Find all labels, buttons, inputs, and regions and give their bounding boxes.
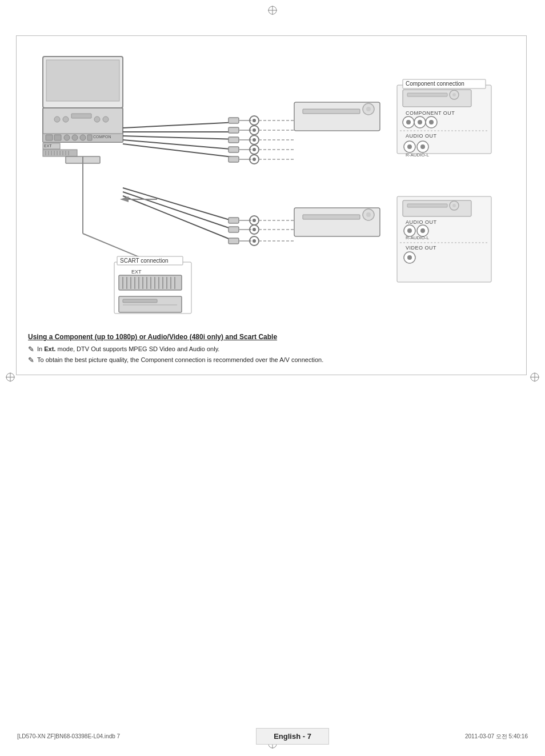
- svg-point-19: [103, 116, 109, 122]
- reg-mark-left: [5, 372, 16, 385]
- svg-text:SCART connection: SCART connection: [120, 258, 169, 264]
- svg-text:R-AUDIO-L: R-AUDIO-L: [406, 152, 429, 158]
- svg-line-100: [123, 188, 237, 222]
- svg-line-101: [123, 192, 237, 231]
- svg-point-15: [54, 116, 60, 122]
- svg-rect-72: [303, 109, 360, 114]
- svg-point-114: [253, 239, 256, 243]
- svg-line-44: [123, 140, 237, 150]
- svg-text:AUDIO OUT: AUDIO OUT: [406, 219, 437, 225]
- svg-point-25: [80, 135, 86, 140]
- svg-rect-13: [46, 60, 119, 101]
- svg-point-16: [63, 116, 69, 122]
- svg-rect-17: [71, 114, 91, 118]
- svg-rect-21: [46, 135, 53, 140]
- svg-rect-22: [54, 135, 61, 140]
- svg-rect-97: [303, 215, 360, 219]
- svg-point-110: [253, 228, 256, 231]
- footer-center-box: English - 7: [256, 728, 329, 745]
- svg-rect-58: [229, 147, 239, 152]
- svg-rect-50: [229, 127, 239, 133]
- reg-mark-top: [267, 5, 278, 18]
- svg-point-24: [72, 135, 78, 140]
- svg-point-94: [420, 144, 425, 149]
- svg-rect-46: [229, 118, 239, 123]
- connection-diagram-svg: COMPON EXT: [26, 45, 517, 331]
- svg-point-49: [253, 119, 256, 122]
- note-text-1: In Ext. mode, DTV Out supports MPEG SD V…: [37, 345, 219, 352]
- note-2: ✎ To obtain the best picture quality, th…: [28, 356, 515, 364]
- svg-point-81: [452, 93, 456, 96]
- svg-point-99: [366, 212, 371, 217]
- svg-rect-79: [407, 93, 447, 96]
- svg-text:R-AUDIO-L: R-AUDIO-L: [406, 235, 429, 240]
- svg-point-106: [253, 219, 256, 222]
- svg-rect-103: [229, 218, 239, 223]
- svg-point-132: [407, 255, 412, 260]
- svg-point-65: [253, 158, 256, 161]
- footer-right: 2011-03-07 오전 5:40:16: [465, 733, 528, 741]
- svg-point-88: [429, 120, 434, 124]
- svg-text:COMPON: COMPON: [93, 135, 111, 139]
- svg-line-102: [123, 196, 237, 242]
- svg-point-18: [94, 116, 100, 122]
- svg-line-43: [123, 136, 237, 139]
- svg-rect-26: [87, 135, 92, 140]
- svg-rect-119: [403, 200, 471, 216]
- svg-line-41: [123, 122, 237, 128]
- footer-left: [LD570-XN ZF]BN68-03398E-L04.indb 7: [17, 733, 120, 739]
- svg-point-53: [253, 128, 256, 132]
- svg-rect-120: [407, 204, 447, 207]
- svg-point-74: [366, 107, 371, 111]
- reg-mark-right: [529, 372, 540, 385]
- footer-page-label: English - 7: [274, 732, 311, 741]
- bottom-text-area: Using a Component (up to 1080p) or Audio…: [26, 333, 517, 365]
- svg-text:EXT: EXT: [131, 269, 142, 275]
- svg-point-23: [64, 135, 70, 140]
- svg-point-92: [407, 144, 412, 149]
- svg-point-125: [407, 228, 412, 233]
- svg-rect-107: [229, 227, 239, 232]
- note-1: ✎ In Ext. mode, DTV Out supports MPEG SD…: [28, 345, 515, 353]
- main-content-box: COMPON EXT: [16, 35, 527, 375]
- svg-rect-78: [403, 90, 471, 107]
- svg-text:VIDEO OUT: VIDEO OUT: [406, 245, 436, 251]
- page-footer: [LD570-XN ZF]BN68-03398E-L04.indb 7 Engl…: [0, 728, 545, 745]
- svg-point-57: [253, 138, 256, 142]
- note-icon-2: ✎: [28, 356, 34, 364]
- svg-point-61: [253, 148, 256, 151]
- svg-rect-62: [229, 156, 239, 162]
- note-icon-1: ✎: [28, 345, 34, 353]
- svg-text:COMPONENT OUT: COMPONENT OUT: [406, 110, 455, 116]
- svg-rect-54: [229, 137, 239, 143]
- diagram-area: COMPON EXT: [26, 45, 517, 331]
- svg-text:Component connection: Component connection: [406, 81, 464, 87]
- svg-point-122: [452, 204, 456, 207]
- svg-point-86: [418, 120, 422, 124]
- svg-text:AUDIO OUT: AUDIO OUT: [406, 133, 437, 139]
- svg-rect-111: [229, 238, 239, 244]
- note-text-2: To obtain the best picture quality, the …: [37, 356, 323, 363]
- svg-line-45: [123, 144, 237, 158]
- svg-rect-157: [123, 299, 157, 303]
- svg-point-84: [406, 120, 411, 124]
- svg-rect-156: [119, 296, 182, 312]
- svg-point-127: [420, 228, 425, 233]
- svg-rect-141: [119, 275, 182, 290]
- svg-text:EXT: EXT: [44, 144, 52, 148]
- section-heading: Using a Component (up to 1080p) or Audio…: [28, 333, 515, 341]
